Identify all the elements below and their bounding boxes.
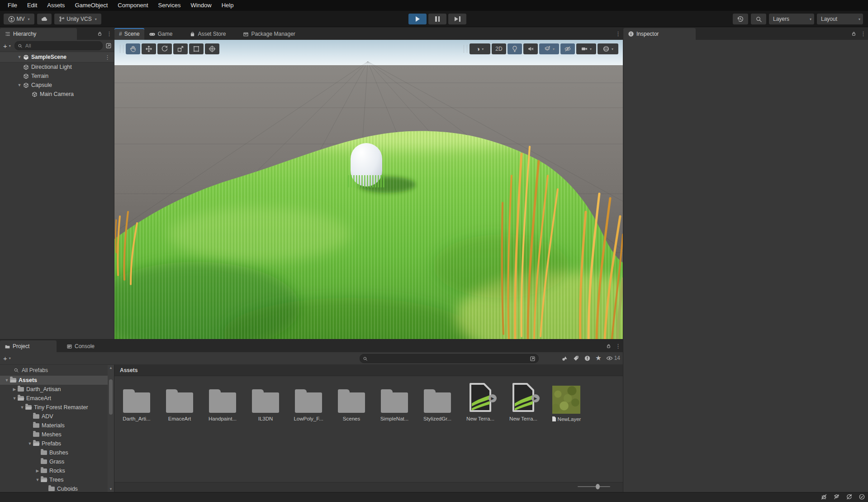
project-tree-item[interactable]: Meshes [0,430,114,439]
tab-package-manager[interactable]: Package Manager [238,28,299,40]
tab-game[interactable]: Game [144,28,177,40]
hierarchy-item[interactable]: Directional Light [0,62,114,72]
menu-item[interactable]: Help [217,0,239,11]
expand-arrow[interactable]: ▼ [11,396,18,401]
account-dropdown[interactable]: MV ▾ [4,14,34,24]
panel-menu-icon[interactable]: ⋮ [106,30,112,37]
hidden-objects-toggle[interactable] [560,43,575,54]
expand-asset-badge[interactable]: ▶ [531,394,540,402]
expand-arrow[interactable]: ▶ [34,469,41,473]
tab-scene[interactable]: # Scene [114,28,144,40]
project-tree-item[interactable]: ▼ EmaceArt [0,394,114,403]
project-search[interactable] [360,354,539,363]
tab-asset-store[interactable]: Asset Store [185,28,230,40]
favorites-all-prefabs[interactable]: All Prefabs [0,365,114,376]
scene-picker-icon[interactable] [105,43,112,49]
project-tree-item[interactable]: ▼ Trees [0,475,114,484]
expand-asset-badge[interactable]: ▶ [489,394,497,402]
undo-history-button[interactable] [733,14,748,24]
tab-hierarchy[interactable]: Hierarchy [0,28,77,40]
tree-scrollbar[interactable]: ▲ ▼ [108,365,114,492]
project-tree-item[interactable]: Cuboids [0,484,114,492]
expand-arrow[interactable]: ▼ [16,83,23,87]
menu-item[interactable]: File [3,0,22,11]
expand-arrow[interactable]: ▼ [34,478,41,482]
scale-tool[interactable] [173,43,188,54]
project-tree-item[interactable]: Grass [0,457,114,466]
tab-project[interactable]: Project [0,340,57,352]
hierarchy-item[interactable]: Terrain [0,72,114,81]
create-asset-button[interactable]: +▾ [2,354,12,362]
asset-item[interactable]: ▶ Scenes [334,380,369,422]
asset-item[interactable]: ▶ NewLayer [549,380,584,422]
hidden-items-count[interactable]: 14 [606,355,620,362]
vcs-dropdown[interactable]: Unity VCS ▾ [54,14,101,24]
menu-item[interactable]: Window [185,0,216,11]
scene-menu-icon[interactable]: ⋮ [104,54,110,61]
drag-handle[interactable] [120,45,123,53]
menu-item[interactable]: Component [113,0,153,11]
panel-menu-icon[interactable]: ⋮ [615,343,621,349]
asset-item[interactable]: ▶ Handpaint... [205,380,240,422]
2d-toggle[interactable]: 2D [492,43,506,54]
hierarchy-search[interactable] [14,41,103,50]
view-hand-tool[interactable] [126,43,140,54]
drag-handle[interactable] [464,45,467,53]
asset-item[interactable]: ▶ Darth_Arti... [119,380,154,422]
layers-dropdown[interactable]: Layers ▾ [769,14,814,24]
asset-item[interactable]: ▶ EmaceArt [162,380,197,422]
scene-root-row[interactable]: ▼ SampleScene ⋮ [0,52,114,62]
favorites-star-icon[interactable]: ★ [595,354,601,362]
project-search-input[interactable] [370,355,528,362]
layout-dropdown[interactable]: Layout ▾ [817,14,863,24]
slider-knob[interactable] [596,484,600,489]
search-button[interactable] [751,14,766,24]
step-button[interactable] [448,14,466,24]
rect-tool[interactable] [189,43,204,54]
menu-item[interactable]: Services [153,0,186,11]
project-tree-item[interactable]: ▶ Rocks [0,466,114,475]
scene-lighting-toggle[interactable] [508,43,522,54]
progress-idle-icon[interactable] [859,493,865,500]
audio-mute-toggle[interactable] [523,43,538,54]
pause-button[interactable] [428,14,446,24]
shading-mode-dropdown[interactable]: ◑▾ [470,43,490,54]
asset-item[interactable]: ▶ New Terra... [506,380,541,422]
asset-item[interactable]: ▶ SimpleNat... [377,380,412,422]
project-tree-item[interactable]: ▼ Tiny Forest Remaster [0,403,114,412]
debugger-detached-icon[interactable] [821,493,827,500]
open-search-icon[interactable] [530,356,536,362]
project-tree-item[interactable]: Bushes [0,448,114,457]
expand-arrow[interactable]: ▼ [16,55,23,59]
scene-viewport[interactable]: ◑▾ 2D ▾ ▾ ▾ [114,40,623,339]
hierarchy-search-input[interactable] [24,43,100,49]
menu-item[interactable]: Edit [22,0,42,11]
transform-tool[interactable] [205,43,219,54]
search-by-label-icon[interactable] [573,355,579,362]
menu-item[interactable]: GameObject [70,0,113,11]
project-tree-item[interactable]: ▼ Assets [0,376,114,385]
rotate-tool[interactable] [157,43,172,54]
panel-menu-icon[interactable]: ⋮ [615,30,621,37]
create-button[interactable]: +▾ [2,42,12,50]
move-tool[interactable] [142,43,156,54]
cloud-button[interactable] [37,14,52,24]
scroll-down-arrow[interactable]: ▼ [109,486,113,492]
play-button[interactable] [408,14,427,24]
tab-inspector[interactable]: Inspector [623,28,696,40]
project-tree-item[interactable]: ▼ Prefabs [0,439,114,448]
lock-icon[interactable] [851,31,857,37]
lock-icon[interactable] [606,343,612,349]
scroll-up-arrow[interactable]: ▲ [109,365,113,371]
thumbnail-size-slider[interactable] [578,486,610,487]
importance-filter-icon[interactable] [584,355,591,362]
effects-dropdown[interactable]: ▾ [539,43,559,54]
expand-arrow[interactable]: ▼ [4,378,10,382]
asset-item[interactable]: ▶ LowPoly_F... [291,380,326,422]
hierarchy-item[interactable]: ▼ Capsule [0,81,114,90]
expand-arrow[interactable]: ▼ [19,405,25,410]
asset-item[interactable]: ▶ StylizedGr... [420,380,455,422]
camera-settings-dropdown[interactable]: ▾ [576,43,596,54]
lock-icon[interactable] [97,31,103,37]
expand-arrow[interactable]: ▼ [27,441,33,446]
